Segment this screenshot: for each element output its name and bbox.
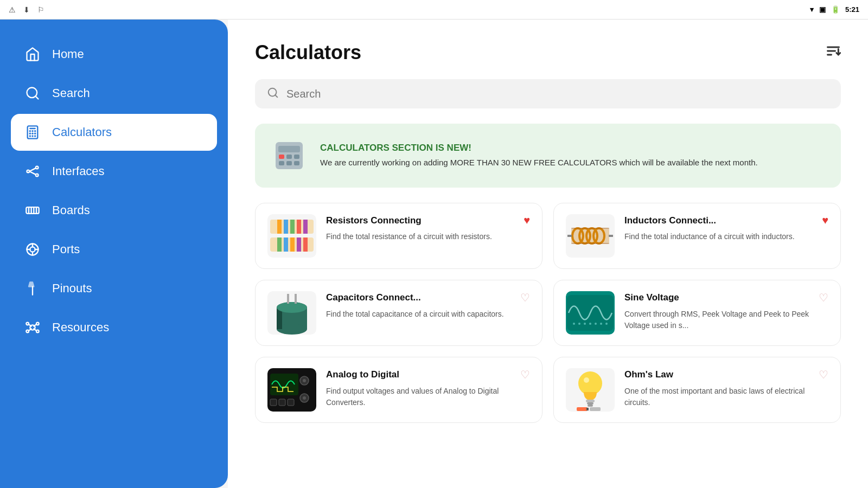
search-bar (255, 79, 841, 108)
inductors-title-row: Inductors Connecti... ♥ (624, 214, 828, 227)
ports-label: Ports (52, 242, 80, 256)
svg-rect-51 (286, 161, 292, 165)
sine-title-row: Sine Voltage ♡ (624, 291, 828, 304)
svg-rect-104 (588, 404, 593, 407)
interfaces-icon (24, 163, 41, 180)
capacitors-favorite[interactable]: ♡ (520, 291, 530, 304)
svg-line-16 (29, 168, 36, 171)
sine-favorite[interactable]: ♡ (819, 291, 828, 304)
svg-rect-46 (278, 146, 300, 152)
sidebar: Home Search (0, 20, 228, 488)
card-resistors[interactable]: Resistors Connecting ♥ Find the total re… (255, 203, 542, 269)
card-adc[interactable]: Analog to Digital ♡ Find output voltages… (255, 357, 542, 423)
svg-rect-73 (571, 243, 609, 244)
sidebar-item-calculators[interactable]: Calculators (11, 114, 217, 151)
wifi-icon: ▾ (810, 5, 814, 14)
svg-rect-55 (277, 220, 282, 234)
card-ohm[interactable]: Ohm's Law ♡ One of the most important an… (553, 357, 841, 423)
resources-icon (24, 319, 41, 336)
calculators-label: Calculators (52, 125, 112, 139)
svg-rect-106 (577, 407, 588, 411)
svg-rect-52 (294, 161, 299, 165)
boards-icon (24, 202, 41, 219)
svg-rect-75 (609, 235, 613, 237)
svg-rect-82 (295, 294, 297, 304)
svg-rect-103 (587, 402, 593, 404)
search-input[interactable] (286, 88, 829, 100)
sidebar-item-resources[interactable]: Resources (11, 309, 217, 346)
svg-rect-58 (297, 220, 301, 234)
sidebar-item-search[interactable]: Search (11, 75, 217, 112)
sine-desc: Convert through RMS, Peek Voltage and Pe… (624, 309, 828, 331)
resistors-title: Resistors Connecting (326, 215, 422, 226)
pinouts-label: Pinouts (52, 281, 92, 296)
app-container: Home Search (0, 20, 868, 488)
ohm-body: Ohm's Law ♡ One of the most important an… (624, 368, 828, 408)
inductors-title: Inductors Connecti... (624, 215, 716, 226)
status-bar: ⚠ ⬇ ⚐ ▾ ▣ 🔋 5:21 (0, 0, 868, 20)
svg-rect-57 (290, 220, 295, 234)
sidebar-item-home[interactable]: Home (11, 36, 217, 73)
capacitors-image (267, 291, 316, 335)
svg-rect-48 (286, 155, 292, 159)
sine-title: Sine Voltage (624, 292, 679, 303)
card-sine[interactable]: Sine Voltage ♡ Convert through RMS, Peek… (553, 280, 841, 346)
capacitors-title-row: Capacitors Connect... ♡ (326, 291, 530, 304)
sidebar-item-boards[interactable]: Boards (11, 192, 217, 229)
ohm-image (566, 368, 615, 412)
interfaces-label: Interfaces (52, 164, 105, 178)
home-label: Home (52, 47, 84, 61)
sort-icon[interactable] (826, 43, 841, 62)
banner-description: We are currently working on adding MORE … (320, 157, 758, 169)
svg-rect-100 (288, 399, 294, 406)
banner-text: CALCULATORS SECTION IS NEW! We are curre… (320, 143, 758, 169)
resistors-title-row: Resistors Connecting ♥ (326, 214, 530, 227)
svg-point-87 (584, 323, 586, 325)
svg-rect-65 (303, 237, 308, 252)
status-bar-right: ▾ ▣ 🔋 5:21 (810, 5, 859, 14)
resistors-favorite[interactable]: ♥ (524, 214, 530, 227)
svg-line-1 (35, 96, 38, 99)
svg-point-88 (589, 323, 591, 325)
svg-point-80 (277, 302, 307, 313)
resistors-body: Resistors Connecting ♥ Find the total re… (326, 214, 530, 242)
svg-point-90 (600, 323, 602, 325)
svg-rect-108 (586, 408, 589, 410)
svg-line-17 (29, 171, 36, 175)
svg-rect-81 (287, 294, 289, 304)
download-icon: ⬇ (23, 5, 30, 14)
svg-line-44 (275, 95, 277, 97)
sidebar-item-pinouts[interactable]: Pinouts (11, 270, 217, 307)
svg-rect-64 (297, 237, 301, 252)
svg-rect-56 (284, 220, 288, 234)
sine-body: Sine Voltage ♡ Convert through RMS, Peek… (624, 291, 828, 331)
svg-rect-61 (277, 237, 282, 252)
ohm-favorite[interactable]: ♡ (819, 368, 828, 381)
svg-point-85 (573, 323, 575, 325)
svg-rect-50 (279, 161, 284, 165)
inductors-favorite[interactable]: ♥ (822, 214, 828, 227)
svg-rect-59 (303, 220, 308, 234)
adc-title-row: Analog to Digital ♡ (326, 368, 530, 381)
svg-line-38 (34, 329, 36, 331)
resistors-image (267, 214, 316, 258)
sidebar-item-ports[interactable]: Ports (11, 231, 217, 268)
adc-title: Analog to Digital (326, 369, 399, 380)
sidebar-item-interfaces[interactable]: Interfaces (11, 153, 217, 190)
ohm-desc: One of the most important and basic laws… (624, 386, 828, 408)
adc-desc: Find output voltages and values of Analo… (326, 386, 530, 408)
svg-rect-47 (279, 155, 284, 159)
svg-rect-63 (290, 237, 295, 252)
svg-point-97 (303, 396, 306, 400)
card-capacitors[interactable]: Capacitors Connect... ♡ Find the total c… (255, 280, 542, 346)
banner-title: CALCULATORS SECTION IS NEW! (320, 143, 758, 153)
svg-line-35 (29, 324, 31, 326)
home-icon (24, 46, 41, 63)
ohm-title: Ohm's Law (624, 369, 673, 380)
clock: 5:21 (845, 5, 859, 14)
card-inductors[interactable]: Inductors Connecti... ♥ Find the total i… (553, 203, 841, 269)
adc-favorite[interactable]: ♡ (520, 368, 530, 381)
main-content: Calculators (228, 20, 868, 488)
svg-line-36 (34, 324, 36, 326)
search-icon (24, 85, 41, 102)
